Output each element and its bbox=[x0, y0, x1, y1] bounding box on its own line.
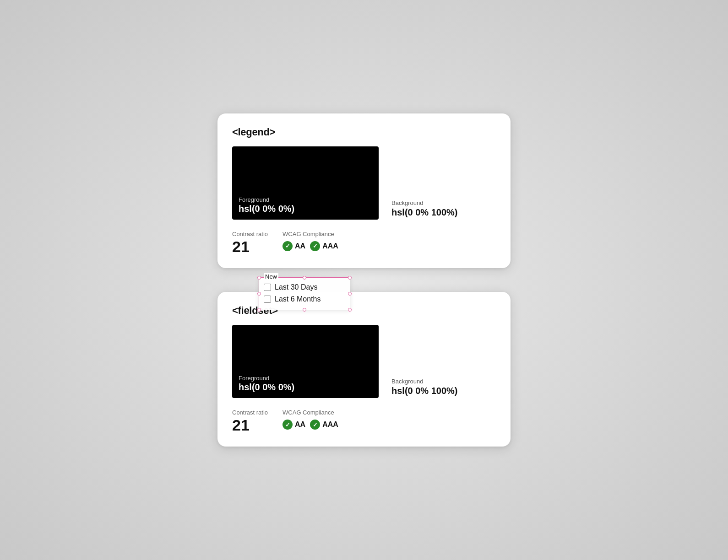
legend-contrast-label: Contrast ratio bbox=[232, 231, 268, 237]
dropdown-option-last30[interactable]: Last 30 Days bbox=[264, 281, 343, 293]
handle-top-right[interactable] bbox=[348, 276, 352, 280]
legend-bg-value: hsl(0 0% 100%) bbox=[391, 207, 458, 218]
legend-bg-info: Background hsl(0 0% 100%) bbox=[391, 199, 458, 220]
legend-metrics: Contrast ratio 21 WCAG Compliance AA AAA bbox=[232, 228, 496, 255]
legend-aa-badge: AA bbox=[283, 241, 305, 251]
legend-aaa-badge: AAA bbox=[310, 241, 338, 251]
fieldset-bg-label: Background bbox=[391, 378, 458, 385]
fieldset-color-preview: Foreground hsl(0 0% 0%) bbox=[232, 325, 379, 398]
legend-aaa-label: AAA bbox=[322, 242, 338, 250]
legend-card: <legend> Foreground hsl(0 0% 0%) Backgro… bbox=[217, 113, 511, 268]
legend-wcag-label: WCAG Compliance bbox=[283, 231, 338, 237]
fieldset-contrast-value: 21 bbox=[232, 417, 268, 434]
legend-aa-label: AA bbox=[295, 242, 305, 250]
handle-top-mid[interactable] bbox=[303, 276, 306, 280]
fieldset-fg-label: Foreground bbox=[239, 375, 294, 382]
checkbox-last6m[interactable] bbox=[264, 296, 271, 303]
legend-fg-value: hsl(0 0% 0%) bbox=[239, 204, 294, 214]
fieldset-fg-labels: Foreground hsl(0 0% 0%) bbox=[239, 375, 294, 393]
fieldset-bg-value: hsl(0 0% 100%) bbox=[391, 386, 458, 396]
handle-mid-right[interactable] bbox=[348, 292, 352, 296]
legend-aa-check-icon bbox=[283, 241, 293, 251]
handle-mid-left[interactable] bbox=[257, 292, 261, 296]
fieldset-bg-info: Background hsl(0 0% 100%) bbox=[391, 378, 458, 398]
handle-top-left[interactable] bbox=[257, 276, 261, 280]
legend-fg-label: Foreground bbox=[239, 196, 294, 203]
main-container: <legend> Foreground hsl(0 0% 0%) Backgro… bbox=[213, 113, 515, 447]
fieldset-aa-badge: AA bbox=[283, 420, 305, 430]
cards-wrapper: <legend> Foreground hsl(0 0% 0%) Backgro… bbox=[217, 113, 511, 447]
legend-card-title: <legend> bbox=[232, 126, 496, 138]
fieldset-preview-row: Foreground hsl(0 0% 0%) Background hsl(0… bbox=[232, 325, 496, 398]
fieldset-aaa-badge: AAA bbox=[310, 420, 338, 430]
legend-bg-label: Background bbox=[391, 199, 458, 206]
fieldset-wcag-label: WCAG Compliance bbox=[283, 409, 338, 416]
fieldset-card: <fieldset> Foreground hsl(0 0% 0%) Backg… bbox=[217, 292, 511, 447]
fieldset-fg-value: hsl(0 0% 0%) bbox=[239, 382, 294, 393]
fieldset-contrast-block: Contrast ratio 21 bbox=[232, 409, 268, 434]
fieldset-aa-label: AA bbox=[295, 420, 305, 429]
legend-aaa-check-icon bbox=[310, 241, 320, 251]
handle-bottom-mid[interactable] bbox=[303, 308, 306, 312]
fieldset-metrics: Contrast ratio 21 WCAG Compliance AA AAA bbox=[232, 406, 496, 434]
fieldset-aaa-label: AAA bbox=[322, 420, 338, 429]
fieldset-wcag-block: WCAG Compliance AA AAA bbox=[283, 409, 338, 430]
legend-color-preview: Foreground hsl(0 0% 0%) bbox=[232, 146, 379, 220]
legend-wcag-row: AA AAA bbox=[283, 241, 338, 251]
fieldset-wcag-row: AA AAA bbox=[283, 420, 338, 430]
fieldset-contrast-label: Contrast ratio bbox=[232, 409, 268, 416]
handle-bottom-right[interactable] bbox=[348, 308, 352, 312]
legend-contrast-value: 21 bbox=[232, 238, 268, 255]
dropdown-overlay: New Last 30 Days Last 6 Months bbox=[259, 277, 350, 310]
checkbox-last30[interactable] bbox=[264, 284, 271, 291]
legend-contrast-block: Contrast ratio 21 bbox=[232, 231, 268, 255]
dropdown-legend-label: New bbox=[264, 273, 278, 280]
fieldset-aa-check-icon bbox=[283, 420, 293, 430]
legend-preview-row: Foreground hsl(0 0% 0%) Background hsl(0… bbox=[232, 146, 496, 220]
dropdown-option-last30-label: Last 30 Days bbox=[275, 283, 317, 291]
handle-bottom-left[interactable] bbox=[257, 308, 261, 312]
dropdown-option-last6m-label: Last 6 Months bbox=[275, 295, 321, 303]
dropdown-selection-box: New Last 30 Days Last 6 Months bbox=[259, 277, 350, 310]
dropdown-option-last6m[interactable]: Last 6 Months bbox=[264, 293, 343, 305]
fieldset-aaa-check-icon bbox=[310, 420, 320, 430]
legend-wcag-block: WCAG Compliance AA AAA bbox=[283, 231, 338, 251]
legend-fg-labels: Foreground hsl(0 0% 0%) bbox=[239, 196, 294, 214]
